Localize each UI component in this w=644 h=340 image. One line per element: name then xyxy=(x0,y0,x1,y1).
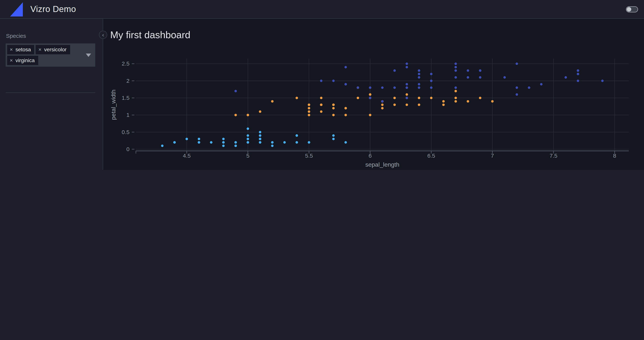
data-point-versicolor[interactable] xyxy=(406,93,408,96)
data-point-virginica[interactable] xyxy=(381,100,384,103)
data-point-versicolor[interactable] xyxy=(357,97,359,99)
data-point-versicolor[interactable] xyxy=(320,110,322,113)
data-point-setosa[interactable] xyxy=(222,138,224,140)
data-point-virginica[interactable] xyxy=(406,83,408,85)
data-point-virginica[interactable] xyxy=(454,69,457,72)
data-point-setosa[interactable] xyxy=(247,141,249,144)
data-point-setosa[interactable] xyxy=(296,141,298,144)
selected-option-chip[interactable]: × virginica xyxy=(7,56,38,65)
data-point-versicolor[interactable] xyxy=(247,114,249,116)
data-point-setosa[interactable] xyxy=(234,141,237,144)
data-point-setosa[interactable] xyxy=(222,145,224,147)
data-point-setosa[interactable] xyxy=(247,138,249,140)
remove-option-icon[interactable]: × xyxy=(10,57,13,64)
data-point-setosa[interactable] xyxy=(259,134,261,137)
data-point-virginica[interactable] xyxy=(454,86,457,89)
data-point-virginica[interactable] xyxy=(504,76,506,79)
data-point-virginica[interactable] xyxy=(394,86,396,89)
data-point-versicolor[interactable] xyxy=(479,97,481,99)
data-point-virginica[interactable] xyxy=(454,62,457,65)
data-point-versicolor[interactable] xyxy=(418,97,420,99)
data-point-versicolor[interactable] xyxy=(454,97,457,99)
selected-option-chip[interactable]: × versicolor xyxy=(36,45,70,54)
data-point-versicolor[interactable] xyxy=(308,107,310,109)
data-point-versicolor[interactable] xyxy=(394,103,396,106)
data-point-setosa[interactable] xyxy=(332,138,334,140)
data-point-virginica[interactable] xyxy=(430,73,432,75)
data-point-virginica[interactable] xyxy=(406,66,408,68)
data-point-setosa[interactable] xyxy=(259,138,261,140)
data-point-virginica[interactable] xyxy=(406,86,408,89)
data-point-virginica[interactable] xyxy=(344,83,347,85)
data-point-versicolor[interactable] xyxy=(430,97,432,99)
data-point-versicolor[interactable] xyxy=(320,103,322,106)
data-point-virginica[interactable] xyxy=(418,69,420,72)
data-point-versicolor[interactable] xyxy=(442,103,445,106)
data-point-versicolor[interactable] xyxy=(320,97,322,99)
data-point-versicolor[interactable] xyxy=(344,107,347,109)
data-point-setosa[interactable] xyxy=(222,141,224,144)
data-point-virginica[interactable] xyxy=(357,86,359,89)
data-point-versicolor[interactable] xyxy=(308,103,310,106)
data-point-versicolor[interactable] xyxy=(332,114,334,116)
data-point-virginica[interactable] xyxy=(406,97,408,99)
scatter-plot[interactable]: 4.555.566.577.5800.511.522.5sepal_length… xyxy=(104,52,644,170)
data-point-virginica[interactable] xyxy=(516,93,518,96)
data-point-setosa[interactable] xyxy=(210,141,212,144)
data-point-virginica[interactable] xyxy=(406,62,408,65)
data-point-versicolor[interactable] xyxy=(442,100,445,103)
dropdown-caret-icon[interactable] xyxy=(86,53,91,57)
data-point-virginica[interactable] xyxy=(564,76,567,79)
data-point-virginica[interactable] xyxy=(516,86,518,89)
data-point-versicolor[interactable] xyxy=(296,97,298,99)
species-multiselect[interactable]: × setosa × versicolor × virginica xyxy=(6,43,95,67)
data-point-versicolor[interactable] xyxy=(344,114,347,116)
data-point-virginica[interactable] xyxy=(454,66,457,68)
data-point-versicolor[interactable] xyxy=(418,103,420,106)
data-point-setosa[interactable] xyxy=(186,138,188,140)
data-point-versicolor[interactable] xyxy=(454,100,457,103)
data-point-setosa[interactable] xyxy=(259,141,261,144)
data-point-virginica[interactable] xyxy=(577,80,579,82)
data-point-versicolor[interactable] xyxy=(332,103,334,106)
data-point-virginica[interactable] xyxy=(418,73,420,75)
data-point-setosa[interactable] xyxy=(234,145,237,147)
collapse-sidebar-button[interactable]: ‹ xyxy=(99,31,107,39)
data-point-virginica[interactable] xyxy=(467,69,469,72)
data-point-virginica[interactable] xyxy=(601,80,604,82)
data-point-virginica[interactable] xyxy=(320,80,322,82)
data-point-virginica[interactable] xyxy=(516,62,518,65)
selected-option-chip[interactable]: × setosa xyxy=(7,45,34,54)
data-point-virginica[interactable] xyxy=(528,86,530,89)
data-point-setosa[interactable] xyxy=(284,141,286,144)
data-point-setosa[interactable] xyxy=(198,138,200,140)
data-point-versicolor[interactable] xyxy=(308,110,310,113)
data-point-setosa[interactable] xyxy=(198,141,200,144)
data-point-virginica[interactable] xyxy=(332,80,334,82)
data-point-virginica[interactable] xyxy=(479,69,481,72)
data-point-virginica[interactable] xyxy=(394,69,396,72)
data-point-virginica[interactable] xyxy=(577,73,579,75)
data-point-virginica[interactable] xyxy=(234,90,237,92)
data-point-versicolor[interactable] xyxy=(259,110,261,113)
data-point-virginica[interactable] xyxy=(540,83,542,85)
data-point-setosa[interactable] xyxy=(259,131,261,133)
data-point-virginica[interactable] xyxy=(344,66,347,68)
data-point-setosa[interactable] xyxy=(247,127,249,130)
data-point-virginica[interactable] xyxy=(577,69,579,72)
data-point-virginica[interactable] xyxy=(479,76,481,79)
data-point-versicolor[interactable] xyxy=(406,103,408,106)
data-point-virginica[interactable] xyxy=(369,86,371,89)
data-point-versicolor[interactable] xyxy=(394,97,396,99)
data-point-versicolor[interactable] xyxy=(234,114,237,116)
data-point-setosa[interactable] xyxy=(247,134,249,137)
data-point-virginica[interactable] xyxy=(467,76,469,79)
data-point-setosa[interactable] xyxy=(173,141,176,144)
data-point-setosa[interactable] xyxy=(308,141,310,144)
data-point-setosa[interactable] xyxy=(271,141,274,144)
data-point-virginica[interactable] xyxy=(418,86,420,89)
data-point-setosa[interactable] xyxy=(296,134,298,137)
data-point-virginica[interactable] xyxy=(430,86,432,89)
data-point-virginica[interactable] xyxy=(418,83,420,85)
data-point-setosa[interactable] xyxy=(271,145,274,147)
